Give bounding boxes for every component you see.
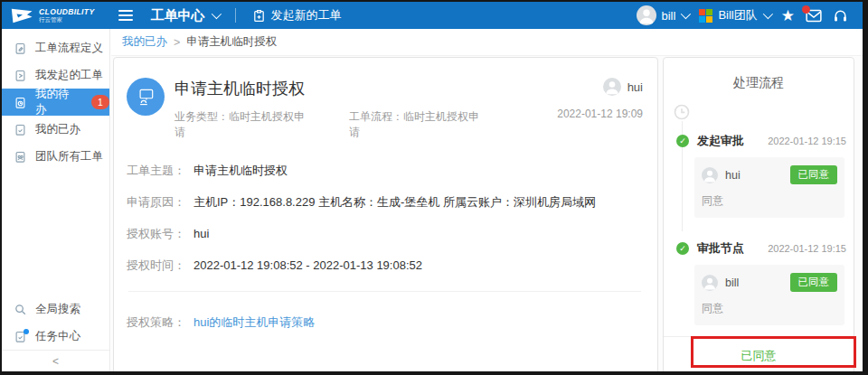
new-ticket-label: 发起新的工单 — [271, 7, 342, 23]
sidebar-item-workflow-definition[interactable]: 工单流程定义 — [2, 34, 109, 61]
page: CLOUDBILITY 行云管家 工单中心 发起新的工单 bill — [0, 0, 868, 375]
search-icon — [14, 303, 27, 316]
field-label: 授权账号： — [127, 228, 193, 241]
field-value: 申请主机临时授权 — [193, 164, 288, 178]
field-label: 授权策略： — [127, 316, 193, 330]
sidebar: 工单流程定义 我发起的工单 我的待办 1 我的已办 — [2, 29, 110, 371]
breadcrumb-parent-link[interactable]: 我的已办 — [122, 34, 167, 50]
process-title: 处理流程 — [664, 58, 854, 91]
breadcrumb-separator: > — [174, 36, 180, 49]
business-type: 业务类型：临时主机授权申请 — [175, 109, 315, 140]
clock-icon — [673, 103, 846, 121]
field-value: 主机IP：192.168.8.229 主机名称：生成-堡垒机 所属云账户：深圳机… — [193, 196, 596, 210]
support-button[interactable] — [833, 8, 848, 23]
topbar: CLOUDBILITY 行云管家 工单中心 发起新的工单 bill — [2, 2, 863, 29]
task-notification-dot — [24, 329, 29, 334]
sidebar-item-label: 我发起的工单 — [35, 68, 103, 83]
sidebar-item-team-tickets[interactable]: 团队所有工单 — [2, 143, 109, 170]
field-value: hui — [193, 228, 209, 241]
favorites-icon[interactable]: ★ — [781, 8, 795, 23]
step-name: 发起审批 — [697, 133, 744, 149]
chevron-down-icon — [681, 9, 691, 19]
team-menu[interactable]: Bill团队 — [699, 7, 769, 23]
clipboard-check-icon — [14, 123, 27, 136]
workflow-name: 工单流程：临时主机授权申请 — [349, 109, 489, 140]
cloudbility-logo-icon — [11, 6, 34, 24]
field-label: 申请原因： — [127, 196, 193, 210]
logo-subtitle: 行云管家 — [39, 17, 95, 23]
process-panel: 处理流程 ✓ 发起审批 2022-01-12 19:15 hui 已同 — [663, 57, 854, 375]
process-timeline: ✓ 发起审批 2022-01-12 19:15 hui 已同意 同意 ✓ 审批节… — [671, 103, 846, 325]
step-approval-node: ✓ 审批节点 2022-01-12 19:15 — [671, 240, 846, 257]
step-detail-card: hui 已同意 同意 — [694, 157, 844, 218]
new-ticket-icon — [252, 9, 266, 23]
user-avatar — [637, 5, 656, 25]
logo-title: CLOUDBILITY — [39, 8, 95, 16]
sidebar-item-label: 工单流程定义 — [35, 41, 103, 56]
action-footer: 已同意 — [664, 336, 854, 364]
step-detail-card: bill 已同意 同意 — [694, 265, 844, 325]
approver-name: bill — [725, 277, 739, 289]
team-icon — [699, 9, 712, 23]
app-logo[interactable]: CLOUDBILITY 行云管家 — [11, 6, 95, 24]
sidebar-item-label: 我的已办 — [35, 122, 80, 137]
ticket-header: 申请主机临时授权 业务类型：临时主机授权申请 工单流程：临时主机授权申请 hui… — [114, 58, 657, 140]
final-status-button[interactable]: 已同意 — [741, 349, 777, 362]
section-divider — [128, 291, 641, 292]
sidebar-item-label: 全局搜索 — [35, 302, 80, 317]
applicant-name: hui — [627, 80, 643, 94]
module-title: 工单中心 — [151, 7, 205, 24]
ticket-title: 申请主机临时授权 — [175, 78, 489, 99]
created-timestamp: 2022-01-12 19:09 — [489, 108, 643, 120]
check-circle-icon: ✓ — [676, 135, 689, 147]
clipboard-team-icon — [14, 150, 27, 164]
step-time: 2022-01-12 19:15 — [768, 243, 846, 254]
sidebar-item-global-search[interactable]: 全局搜索 — [2, 295, 109, 323]
applicant-avatar — [603, 78, 621, 96]
sidebar-collapse-button[interactable]: < — [2, 350, 109, 371]
field-policy: 授权策略： hui的临时主机申请策略 — [127, 316, 643, 330]
chevron-down-icon — [763, 9, 773, 19]
field-value: 2022-01-12 19:08:52 - 2022-01-13 19:08:5… — [193, 259, 422, 273]
applicant-chip: hui — [489, 78, 643, 96]
sidebar-item-label: 团队所有工单 — [35, 149, 103, 164]
new-ticket-button[interactable]: 发起新的工单 — [252, 7, 342, 23]
messages-button[interactable] — [806, 9, 822, 23]
check-circle-icon: ✓ — [676, 242, 689, 255]
team-name: Bill团队 — [718, 7, 757, 23]
breadcrumb-current: 申请主机临时授权 — [186, 34, 277, 50]
sidebar-item-my-done[interactable]: 我的已办 — [2, 116, 109, 143]
user-menu[interactable]: bill — [637, 5, 689, 25]
sidebar-item-my-initiated[interactable]: 我发起的工单 — [2, 61, 109, 89]
notification-dot — [802, 5, 810, 14]
field-label: 工单主题： — [127, 164, 193, 178]
clipboard-edit-icon — [14, 42, 27, 55]
host-authorization-icon — [127, 78, 165, 116]
headset-icon — [833, 8, 848, 23]
field-label: 授权时间： — [127, 259, 193, 273]
approver-avatar — [702, 167, 718, 183]
field-account: 授权账号： hui — [127, 228, 643, 241]
approval-status-badge: 已同意 — [790, 273, 838, 292]
step-name: 审批节点 — [697, 240, 744, 257]
sidebar-item-task-center[interactable]: 任务中心 — [2, 323, 109, 350]
approval-status-badge: 已同意 — [790, 165, 838, 184]
sidebar-item-label: 任务中心 — [35, 329, 80, 344]
field-reason: 申请原因： 主机IP：192.168.8.229 主机名称：生成-堡垒机 所属云… — [127, 196, 643, 210]
module-switcher[interactable]: 工单中心 — [151, 7, 219, 24]
approver-name: hui — [725, 169, 741, 182]
collapse-arrow: < — [52, 355, 59, 368]
step-initiate-approval: ✓ 发起审批 2022-01-12 19:15 — [671, 133, 846, 149]
step-time: 2022-01-12 19:15 — [768, 136, 846, 146]
sidebar-item-my-todo[interactable]: 我的待办 1 — [2, 89, 109, 116]
approval-comment: 同意 — [702, 301, 837, 316]
topbar-right: bill Bill团队 ★ — [637, 5, 854, 25]
topbar-divider — [235, 8, 236, 23]
user-name: bill — [662, 9, 676, 23]
ticket-detail-card: 申请主机临时授权 业务类型：临时主机授权申请 工单流程：临时主机授权申请 hui… — [113, 57, 658, 375]
clipboard-clock-icon — [14, 96, 27, 109]
policy-link[interactable]: hui的临时主机申请策略 — [193, 316, 315, 330]
field-subject: 工单主题： 申请主机临时授权 — [127, 164, 643, 178]
ticket-fields: 工单主题： 申请主机临时授权 申请原因： 主机IP：192.168.8.229 … — [114, 140, 657, 330]
menu-icon[interactable] — [118, 10, 133, 21]
